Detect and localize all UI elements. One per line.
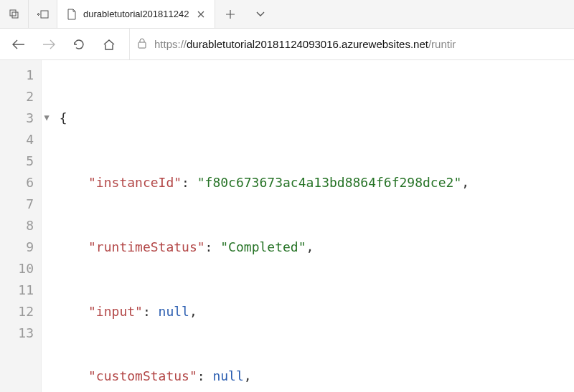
- new-tab-button[interactable]: [215, 0, 245, 28]
- svg-rect-1: [12, 12, 18, 18]
- address-bar[interactable]: https://durabletutorial20181124093016.az…: [129, 29, 570, 59]
- close-icon[interactable]: [194, 8, 207, 21]
- svg-rect-0: [10, 10, 16, 16]
- svg-rect-2: [41, 11, 48, 18]
- svg-rect-3: [138, 42, 146, 48]
- address-text: https://durabletutorial20181124093016.az…: [154, 38, 456, 50]
- set-aside-tabs-icon[interactable]: [29, 0, 57, 28]
- fold-caret-icon[interactable]: ▼: [42, 107, 52, 128]
- home-button[interactable]: [95, 32, 123, 57]
- titlebar: durabletutorial201811242: [0, 0, 574, 29]
- navbar: https://durabletutorial20181124093016.az…: [0, 29, 574, 60]
- refresh-button[interactable]: [65, 32, 93, 57]
- line-number-gutter: 1 2 3 4 5 6 7 8 9 10 11 12 13: [0, 60, 42, 392]
- tab-title: durabletutorial201811242: [83, 9, 189, 19]
- forward-button[interactable]: [34, 32, 63, 57]
- json-content: ▼ { "instanceId": "f80c673673ac4a13bd886…: [42, 60, 574, 392]
- chevron-down-icon[interactable]: [245, 0, 276, 28]
- tab-actions-icon[interactable]: [0, 0, 29, 28]
- back-button[interactable]: [4, 32, 33, 57]
- browser-tab[interactable]: durabletutorial201811242: [57, 0, 215, 28]
- json-viewer: 1 2 3 4 5 6 7 8 9 10 11 12 13 ▼ { "insta…: [0, 60, 574, 392]
- page-icon: [66, 9, 77, 20]
- lock-icon: [137, 37, 147, 51]
